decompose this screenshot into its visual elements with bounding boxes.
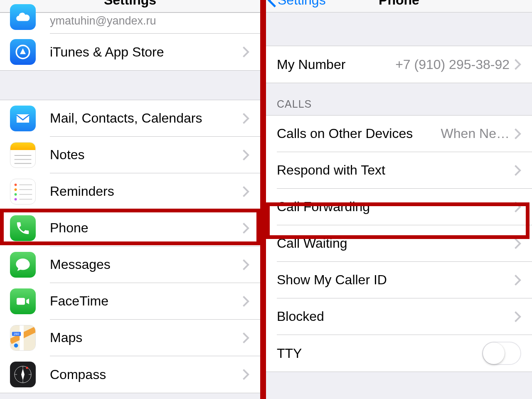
callerid-label: Show My Caller ID xyxy=(277,272,515,288)
chevron-right-icon xyxy=(243,259,249,270)
phone-icon xyxy=(10,215,36,241)
settings-title: Settings xyxy=(104,0,156,8)
icloud-email: ymatuhin@yandex.ru xyxy=(50,15,156,27)
waiting-label: Call Waiting xyxy=(277,236,515,251)
appstore-label: iTunes & App Store xyxy=(50,44,243,60)
facetime-label: FaceTime xyxy=(50,293,243,309)
chevron-right-icon xyxy=(243,47,249,57)
back-label: Settings xyxy=(278,0,326,8)
row-mail[interactable]: Mail, Contacts, Calendars xyxy=(0,100,260,137)
compass-icon xyxy=(10,362,36,387)
row-compass[interactable]: Compass xyxy=(0,356,260,393)
group-my-number: My Number +7 (910) 295-38-92 xyxy=(266,46,532,83)
chevron-right-icon xyxy=(243,332,249,343)
group-apps: Mail, Contacts, Calendars Notes Remi xyxy=(0,100,260,393)
row-tty[interactable]: TTY xyxy=(266,335,532,372)
phone-title: Phone xyxy=(379,0,419,8)
appstore-icon xyxy=(10,39,36,65)
row-respond-with-text[interactable]: Respond with Text xyxy=(266,152,532,189)
my-number-label: My Number xyxy=(277,57,395,72)
row-blocked[interactable]: Blocked xyxy=(266,298,532,335)
notes-icon xyxy=(10,142,36,168)
tty-switch[interactable] xyxy=(482,342,521,365)
group-spacer xyxy=(0,71,260,100)
calls-header: CALLS xyxy=(266,83,532,115)
blocked-label: Blocked xyxy=(277,309,515,324)
maps-icon: 280 xyxy=(10,325,36,351)
chevron-right-icon xyxy=(515,128,521,139)
svg-point-7 xyxy=(15,198,17,200)
row-appstore[interactable]: iTunes & App Store xyxy=(0,34,260,70)
calls-other-devices-label: Calls on Other Devices xyxy=(277,126,413,141)
row-my-number[interactable]: My Number +7 (910) 295-38-92 xyxy=(266,46,532,83)
switch-knob xyxy=(483,342,505,364)
group-apple-services: ymatuhin@yandex.ru iTunes & App Store xyxy=(0,12,260,71)
messages-icon xyxy=(10,252,36,278)
maps-label: Maps xyxy=(50,330,243,345)
row-show-caller-id[interactable]: Show My Caller ID xyxy=(266,262,532,298)
row-call-forwarding[interactable]: Call Forwarding xyxy=(266,189,532,225)
row-notes[interactable]: Notes xyxy=(0,137,260,173)
back-button[interactable]: Settings xyxy=(268,0,326,8)
chevron-right-icon xyxy=(243,186,249,197)
respond-label: Respond with Text xyxy=(277,163,515,178)
row-messages[interactable]: Messages xyxy=(0,246,260,283)
my-number-value: +7 (910) 295-38-92 xyxy=(395,57,510,72)
svg-text:280: 280 xyxy=(14,332,19,336)
chevron-right-icon xyxy=(243,113,249,124)
phone-label: Phone xyxy=(50,220,243,236)
compass-label: Compass xyxy=(50,367,243,382)
phone-navbar: Settings Phone xyxy=(266,0,532,12)
chevron-right-icon xyxy=(515,59,521,70)
chevron-right-icon xyxy=(515,202,521,212)
chevron-right-icon xyxy=(515,311,521,322)
chevron-right-icon xyxy=(243,223,249,234)
row-reminders[interactable]: Reminders xyxy=(0,173,260,210)
row-maps[interactable]: 280 Maps xyxy=(0,320,260,356)
svg-point-16 xyxy=(14,344,18,348)
notes-label: Notes xyxy=(50,147,243,163)
svg-point-5 xyxy=(15,188,17,191)
svg-point-22 xyxy=(26,367,28,369)
row-calls-other-devices[interactable]: Calls on Other Devices When Ne… xyxy=(266,116,532,152)
chevron-right-icon xyxy=(515,165,521,176)
svg-point-4 xyxy=(15,184,17,186)
row-phone[interactable]: Phone xyxy=(0,210,260,246)
group-calls: Calls on Other Devices When Ne… Respond … xyxy=(266,115,532,372)
messages-label: Messages xyxy=(50,257,243,272)
chevron-right-icon xyxy=(515,275,521,286)
tty-label: TTY xyxy=(277,346,482,361)
facetime-icon xyxy=(10,288,36,314)
row-call-waiting[interactable]: Call Waiting xyxy=(266,225,532,262)
mail-icon xyxy=(10,106,36,131)
spacer xyxy=(266,12,532,46)
settings-pane: Settings ymatuhin@yandex.ru iTunes & App… xyxy=(0,0,266,399)
svg-point-6 xyxy=(15,193,17,196)
chevron-right-icon xyxy=(243,150,249,160)
calls-other-devices-detail: When Ne… xyxy=(419,126,510,141)
svg-rect-12 xyxy=(17,298,25,305)
chevron-right-icon xyxy=(515,238,521,249)
reminders-label: Reminders xyxy=(50,184,243,199)
chevron-right-icon xyxy=(243,296,249,307)
icloud-icon xyxy=(10,4,36,30)
row-facetime[interactable]: FaceTime xyxy=(0,283,260,320)
row-icloud[interactable]: ymatuhin@yandex.ru xyxy=(0,13,260,34)
reminders-icon xyxy=(10,179,36,204)
settings-navbar: Settings xyxy=(0,0,260,12)
forwarding-label: Call Forwarding xyxy=(277,199,515,214)
mail-label: Mail, Contacts, Calendars xyxy=(50,111,243,126)
phone-settings-pane: Settings Phone My Number +7 (910) 295-38… xyxy=(266,0,532,399)
chevron-right-icon xyxy=(243,369,249,380)
